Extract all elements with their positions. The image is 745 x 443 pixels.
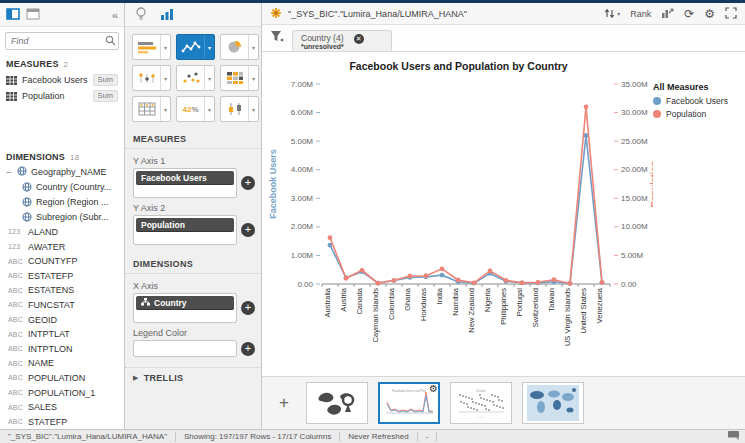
thumbnail-line-chart-selected[interactable]: Facebook Users and Pop ⚙: [378, 382, 440, 424]
numeric-point-type-button[interactable]: 42% ▾: [176, 96, 215, 122]
field-type-icon: ABC: [8, 316, 23, 323]
boxplot-type-button[interactable]: ▾: [220, 96, 259, 122]
collapse-sidebar-button[interactable]: «: [112, 9, 118, 21]
trellis-section-toggle[interactable]: ▶ TRELLIS: [125, 367, 261, 388]
geo-children-list: Country (Country...Region (Region ...Sub…: [0, 180, 124, 225]
dimension-field-item[interactable]: ABCINTPTLAT: [0, 327, 124, 342]
chevron-down-icon[interactable]: ▾: [160, 35, 170, 59]
field-type-icon: ABC: [8, 374, 23, 381]
refresh-icon[interactable]: ⟳: [684, 8, 694, 20]
measure-item[interactable]: Facebook UsersSum: [0, 72, 124, 88]
thumbnail-geo-viz[interactable]: [306, 382, 368, 424]
remove-filter-icon[interactable]: ✕: [354, 34, 364, 44]
svg-text:7.00M: 7.00M: [291, 80, 314, 89]
dimension-field-item[interactable]: 123ALAND: [0, 225, 124, 240]
svg-text:5.00M: 5.00M: [291, 137, 314, 146]
bar-chart-tab-icon[interactable]: [161, 8, 174, 22]
rank-button[interactable]: Rank: [630, 9, 651, 19]
chevron-down-icon[interactable]: ▾: [248, 66, 258, 90]
field-name: POPULATION_1: [28, 388, 95, 398]
field-type-icon: ABC: [8, 360, 23, 367]
dimension-field-item[interactable]: 123AWATER: [0, 239, 124, 254]
x-axis-pill[interactable]: Country: [136, 296, 234, 310]
dimension-field-item[interactable]: ABCGEOID: [0, 312, 124, 327]
heatmap-chart-type-button[interactable]: ▾: [220, 65, 259, 91]
find-input[interactable]: [5, 32, 119, 50]
maximize-icon[interactable]: [725, 7, 737, 21]
filter-funnel-icon[interactable]: [270, 30, 284, 45]
dimension-field-item[interactable]: ABCPOPULATION_1: [0, 385, 124, 400]
dimension-field-item[interactable]: ABCESTATENS: [0, 283, 124, 298]
geo-hierarchy-root[interactable]: − Geography_NAME: [0, 165, 124, 180]
data-pane-tab-icon[interactable]: [6, 8, 20, 22]
add-dimension-x-button[interactable]: +: [241, 301, 255, 315]
thumbnail-scatter-chart[interactable]: Scatter ——: [450, 382, 512, 424]
collapse-node-icon[interactable]: −: [6, 167, 13, 178]
dimension-field-item[interactable]: ABCSTATEFP: [0, 414, 124, 429]
scatter-chart-type-button[interactable]: ▾: [176, 65, 215, 91]
svg-text:20.00M: 20.00M: [621, 165, 648, 174]
dropline-chart-type-button[interactable]: ▾: [132, 65, 171, 91]
add-measure-y1-button[interactable]: +: [241, 176, 255, 190]
svg-text:Australia: Australia: [323, 287, 332, 317]
dimension-field-item[interactable]: ABCFUNCSTAT: [0, 298, 124, 313]
dimension-field-item[interactable]: ABCPOPULATION: [0, 371, 124, 386]
chevron-down-icon[interactable]: ▾: [248, 97, 258, 121]
drilldown-icon[interactable]: [661, 7, 674, 21]
chart-legend: All Measures Facebook UsersPopulation: [653, 72, 745, 368]
comment-bubble-icon[interactable]: [728, 431, 745, 442]
filter-chip-country[interactable]: Country (4) *unresolved* ✕: [292, 30, 392, 51]
chevron-down-icon[interactable]: ▾: [160, 66, 170, 90]
sort-icon: [604, 8, 615, 19]
thumbnail-gear-icon[interactable]: ⚙: [429, 383, 438, 394]
dimension-field-item[interactable]: ABCCOUNTYFP: [0, 254, 124, 269]
y-axis2-pill[interactable]: Population: [136, 218, 234, 232]
y-axis1-pill[interactable]: Facebook Users: [136, 171, 234, 185]
svg-text:10.00M: 10.00M: [621, 222, 648, 231]
field-name: ESTATEFP: [28, 271, 73, 281]
chevron-down-icon[interactable]: ▾: [248, 35, 258, 59]
svg-text:1.00M: 1.00M: [291, 251, 314, 260]
aggregation-badge: Sum: [93, 90, 118, 102]
add-legend-color-button[interactable]: +: [241, 342, 255, 356]
chevron-down-icon[interactable]: ▾: [204, 97, 214, 121]
line-chart-type-button[interactable]: ▾: [176, 34, 215, 60]
y-axis1-dropzone[interactable]: Facebook Users: [133, 168, 237, 198]
geo-child-item[interactable]: Country (Country...: [0, 180, 124, 195]
bar-chart-type-button[interactable]: ▾: [132, 34, 171, 60]
geo-child-item[interactable]: Region (Region ...: [0, 195, 124, 210]
legend-color-dropzone[interactable]: [133, 340, 237, 357]
settings-gear-icon[interactable]: ⚙: [704, 8, 715, 20]
y-axis2-dropzone[interactable]: Population: [133, 215, 237, 245]
chevron-down-icon[interactable]: ▾: [204, 35, 214, 59]
filter-chip-title: Country (4): [301, 33, 344, 43]
chevron-down-icon[interactable]: ▾: [204, 66, 214, 90]
chevron-down-icon[interactable]: ▾: [160, 97, 170, 121]
geo-child-label: Region (Region ...: [36, 197, 109, 207]
dimension-field-item[interactable]: ABCESTATEFP: [0, 268, 124, 283]
svg-text:Facebook Users and Pop: Facebook Users and Pop: [392, 389, 426, 393]
geo-child-item[interactable]: Subregion (Subr...: [0, 210, 124, 225]
x-axis-dropzone[interactable]: Country: [133, 293, 237, 323]
y-axis1-label: Y Axis 1: [125, 151, 261, 168]
dimension-field-item[interactable]: ABCINTPTLON: [0, 341, 124, 356]
lightbulb-icon[interactable]: [135, 7, 147, 23]
add-visualization-button[interactable]: +: [272, 393, 296, 413]
viz-title: "_SYS_BIC"."Lumira_Hana/LUMIRA_HANA": [288, 9, 598, 19]
svg-text:Venezuela: Venezuela: [595, 287, 604, 323]
sort-button[interactable]: ▾: [604, 8, 620, 19]
crosstab-type-button[interactable]: ▾: [132, 96, 171, 122]
x-axis-label: X Axis: [125, 276, 261, 293]
measure-name: Population: [22, 91, 88, 101]
pie-chart-type-button[interactable]: ▾: [220, 34, 259, 60]
legend-color-label: Legend Color: [125, 323, 261, 340]
window-pane-tab-icon[interactable]: [26, 8, 40, 22]
svg-text:30.00M: 30.00M: [621, 108, 648, 117]
add-measure-y2-button[interactable]: +: [241, 223, 255, 237]
dimension-field-item[interactable]: ABCSALES: [0, 400, 124, 415]
chart-canvas[interactable]: Facebook Users and Population by Country…: [262, 52, 745, 376]
dimension-field-item[interactable]: ABCNAME: [0, 356, 124, 371]
thumbnail-world-map[interactable]: [522, 382, 584, 424]
dual-axis-line-chart[interactable]: 7.00M35.00M6.00M30.00M5.00M25.00M4.00M20…: [266, 72, 653, 368]
measure-item[interactable]: PopulationSum: [0, 88, 124, 104]
